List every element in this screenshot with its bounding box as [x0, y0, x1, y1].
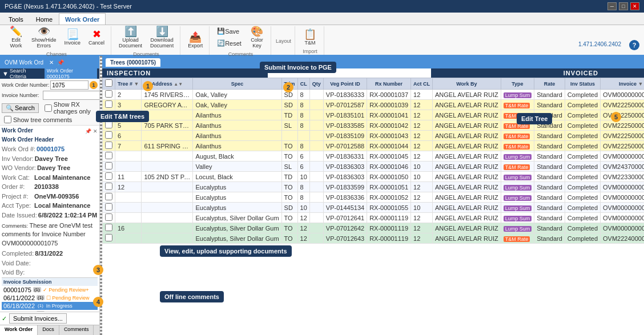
- invoice-list: 00001075 (1) ✓ Pending Review+ 06/11/202…: [2, 286, 98, 312]
- th-spec[interactable]: Spec: [193, 78, 281, 90]
- row-checkbox[interactable]: [105, 172, 112, 180]
- th-inv-status[interactable]: Inv Status: [565, 78, 600, 90]
- invoice-submission-title: Invoice Submission: [2, 277, 98, 286]
- edit-work-btn[interactable]: ✏️ EditWork: [6, 25, 26, 50]
- th-qty[interactable]: Qty: [309, 78, 323, 90]
- bottom-tab-comments[interactable]: Comments: [59, 325, 94, 335]
- row-checkbox[interactable]: [105, 142, 112, 149]
- show-hide-btn[interactable]: 👁️ Show/HideErrors: [29, 25, 59, 50]
- cell-invoice: OVM222400001075: [601, 233, 644, 244]
- cell-tree: [115, 192, 142, 203]
- th-rate[interactable]: Rate: [534, 78, 565, 90]
- cell-rate: Standard: [534, 151, 565, 162]
- cell-qty: [309, 162, 323, 172]
- maximize-btn[interactable]: □: [619, 2, 628, 10]
- cell-inv-status: Completed: [565, 110, 600, 120]
- wo-number-input[interactable]: [50, 80, 88, 90]
- row-checkbox[interactable]: [105, 131, 112, 139]
- search-criteria-toggle[interactable]: ▼: [2, 70, 9, 77]
- invoice-item-2[interactable]: 06/11/2022 (1) ☐ Pending Review: [2, 294, 98, 302]
- help-btn[interactable]: ?: [629, 40, 639, 50]
- submit-invoices-btn[interactable]: Submit Invoices...: [9, 313, 67, 324]
- select-all-checkbox[interactable]: [105, 79, 112, 87]
- cell-work-by: ANGEL AVELAR RUIZ: [433, 120, 501, 131]
- tree-comments-checkbox[interactable]: [4, 116, 11, 123]
- cell-address: [142, 213, 193, 223]
- upload-doc-btn[interactable]: ⬆️ UploadDocument: [116, 25, 145, 50]
- search-criteria-bar: ▼ Search Criteria Work Order 00001075: [0, 68, 99, 79]
- panel-tab-ovm[interactable]: OVM Work Ord: [2, 59, 46, 66]
- cancel-btn[interactable]: ✖ Cancel: [86, 27, 107, 47]
- cell-veg-point: VP-07012588: [323, 141, 367, 151]
- th-act-cl[interactable]: Act CL: [411, 78, 433, 90]
- cell-address: [142, 151, 193, 162]
- tm-icon: 📋: [304, 29, 316, 39]
- close-btn[interactable]: ✕: [630, 2, 639, 10]
- layout-label: Layout: [276, 38, 291, 44]
- search-button[interactable]: 🔍 Search: [2, 103, 39, 113]
- table-row: 7 611 SPRING ST PASO ROBLES Ailanthus TO…: [103, 141, 645, 151]
- th-tree[interactable]: Tree # ▼: [115, 78, 142, 90]
- table-header-row: Tree # ▼ Address ▲▼ Spec Trim CL Qty Veg…: [103, 78, 645, 90]
- panel-pin-btn[interactable]: 📌: [57, 59, 64, 66]
- minimize-btn[interactable]: ─: [607, 2, 617, 10]
- cell-spec: Ailanthus: [193, 120, 281, 131]
- search-icon: 🔍: [6, 104, 14, 112]
- row-checkbox[interactable]: [105, 224, 112, 231]
- export-btn[interactable]: 📤 Export: [185, 30, 206, 50]
- invoice-item-1[interactable]: 00001075 (1) ✓ Pending Review+: [2, 286, 98, 294]
- invoice-btn[interactable]: 📃 Invoice: [62, 27, 84, 47]
- row-checkbox[interactable]: [105, 90, 112, 98]
- tab-tools[interactable]: Tools: [2, 13, 30, 25]
- th-work-by[interactable]: Work By: [433, 78, 501, 90]
- cell-spec: Ailanthus: [193, 131, 281, 141]
- th-cl[interactable]: CL: [297, 78, 309, 90]
- section-header-inspection: INSPECTION: [102, 68, 268, 78]
- row-checkbox[interactable]: [105, 162, 112, 169]
- cell-veg-point: VP-01835101: [323, 110, 367, 120]
- ribbon-group-changes: ✏️ EditWork 👁️ Show/HideErrors 📃 Invoice…: [2, 26, 111, 55]
- cell-veg-point: VP-01445134: [323, 203, 367, 213]
- row-checkbox[interactable]: [105, 203, 112, 211]
- trees-tab[interactable]: Trees (00001075): [106, 58, 160, 67]
- th-veg-point[interactable]: Veg Point ID: [323, 78, 367, 90]
- tooltip-edit-tree: Edit Tree: [517, 113, 552, 124]
- row-checkbox[interactable]: [105, 213, 112, 221]
- rx-changes-checkbox[interactable]: [45, 104, 52, 112]
- bottom-tab-docs[interactable]: Docs: [38, 325, 59, 335]
- th-rx-number[interactable]: Rx Number: [367, 78, 411, 90]
- row-checkbox[interactable]: [105, 100, 112, 108]
- cell-inv-status: Completed: [565, 90, 600, 100]
- cell-veg-point: VP-07012643: [323, 233, 367, 244]
- cell-tree: 7: [115, 141, 142, 151]
- cell-work-by: ANGEL AVELAR RUIZ: [433, 100, 501, 110]
- cell-tree: 16: [115, 223, 142, 233]
- invoice-item-3[interactable]: 06/18/2022 (1) In Progress: [2, 302, 98, 310]
- cell-inv-status: Completed: [565, 233, 600, 244]
- save-btn[interactable]: 💾 Save: [214, 26, 244, 37]
- cell-tree: [115, 151, 142, 162]
- tm-btn[interactable]: 📋 T&M: [300, 27, 320, 47]
- reset-btn[interactable]: 🔄 Reset: [214, 38, 244, 49]
- cell-cl: 8: [297, 141, 309, 151]
- invoice-number-input[interactable]: [43, 91, 100, 100]
- tab-home[interactable]: Home: [30, 13, 59, 25]
- color-key-btn[interactable]: 🎨 ColorKey: [247, 25, 267, 50]
- cell-rx-number: RX-00001039: [367, 100, 411, 110]
- th-type[interactable]: Type: [501, 78, 534, 90]
- cell-work-by: ANGEL AVELAR RUIZ: [433, 141, 501, 151]
- row-checkbox[interactable]: [105, 234, 112, 241]
- panel-close-btn[interactable]: ✕: [49, 59, 54, 66]
- row-checkbox[interactable]: [105, 193, 112, 200]
- data-table: Tree # ▼ Address ▲▼ Spec Trim CL Qty Veg…: [102, 78, 644, 244]
- cell-act-cl: 12: [411, 233, 433, 244]
- th-invoice[interactable]: Invoice ▼: [601, 78, 644, 90]
- cell-invoice: OVM000000001075: [601, 223, 644, 233]
- bottom-tab-workorder[interactable]: Work Order: [0, 325, 38, 335]
- cell-qty: [309, 131, 323, 141]
- tab-workorder[interactable]: Work Order: [59, 13, 106, 25]
- row-checkbox[interactable]: [105, 152, 112, 159]
- cell-type: T&M Rate: [501, 131, 534, 141]
- download-doc-btn[interactable]: ⬇️ DownloadDocument: [147, 25, 176, 50]
- row-checkbox[interactable]: [105, 183, 112, 190]
